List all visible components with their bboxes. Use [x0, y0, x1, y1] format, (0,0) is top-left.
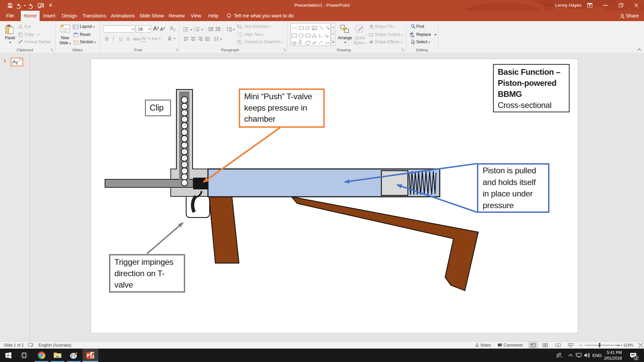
svg-text:ac: ac [411, 35, 415, 38]
svg-text:3: 3 [194, 30, 195, 32]
svg-text:2: 2 [635, 356, 637, 360]
svg-text:A: A [239, 24, 241, 27]
